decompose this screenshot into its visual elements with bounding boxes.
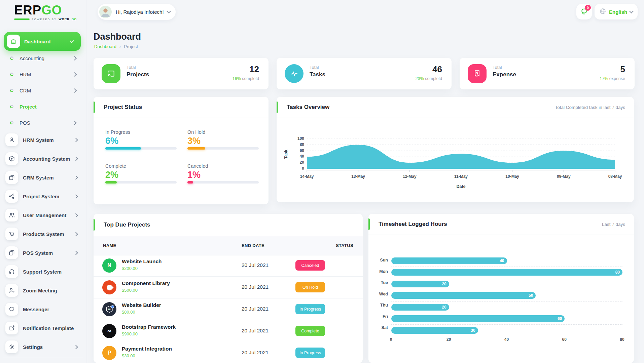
sidebar-item-notification-template[interactable]: Notification Template <box>0 319 86 337</box>
headphones-icon <box>5 265 18 278</box>
progress-fill <box>187 181 193 184</box>
chevron-right-icon <box>74 157 78 161</box>
template-icon <box>5 322 18 334</box>
sidebar-item-label: HRM System <box>23 137 74 143</box>
progress-fill <box>187 147 205 150</box>
receipt-icon <box>468 64 487 83</box>
powered-by: POWERED BY WORKDO <box>14 17 77 21</box>
project-end-date: 20 Jul 2021 <box>242 350 269 356</box>
sidebar-item-user-management[interactable]: User Management <box>0 206 86 225</box>
bar-value-label: 20 <box>442 282 449 286</box>
powered-by-label: POWERED BY <box>32 18 57 21</box>
logo-text: ERPGO <box>14 3 77 17</box>
percent-value: 16% <box>232 76 241 81</box>
tasks-overview-card: Tasks Overview Total Completed task in l… <box>277 97 634 202</box>
breadcrumb-dashboard-link[interactable]: Dashboard <box>94 44 116 49</box>
user-menu[interactable]: Hi, Rajodiya Infotech! <box>98 4 176 20</box>
sidebar-item-zoom-meeting[interactable]: Zoom Meeting <box>0 281 86 300</box>
sidebar-item-accounting[interactable]: Accounting <box>0 50 86 66</box>
bullet-icon <box>10 89 13 92</box>
status-percent: 3% <box>187 136 259 146</box>
sidebar-item-products-system[interactable]: Products System <box>0 225 86 243</box>
chevron-down-icon <box>629 9 634 13</box>
status-label: On Hold <box>187 129 259 135</box>
y-axis-category-label: Sat <box>368 325 388 330</box>
stat-value: 46 <box>432 64 442 75</box>
sidebar-item-label: Project System <box>23 194 74 199</box>
windows-icon <box>5 246 18 259</box>
bar-band-wed: 50 <box>391 290 622 301</box>
status-badge: In Progress <box>295 348 325 358</box>
bar-band-tue: 20 <box>391 278 622 290</box>
sidebar-item-accounting-system[interactable]: Accounting System <box>0 149 86 168</box>
x-axis-title: Date <box>307 184 615 189</box>
sidebar-item-label: Dashboard <box>24 39 70 44</box>
x-axis-tick-label: 11-May <box>454 174 468 179</box>
stat-label: Expense <box>493 71 516 78</box>
status-badge: On Hold <box>295 282 325 292</box>
chevron-right-icon <box>74 194 78 199</box>
sidebar-item-hrm[interactable]: HRM <box>0 66 86 82</box>
sidebar-item-pos-system[interactable]: POS System <box>0 243 86 262</box>
language-selector[interactable]: English <box>595 4 638 19</box>
notifications-button[interactable]: 0 <box>576 4 592 19</box>
sidebar-item-settings[interactable]: Settings <box>0 337 86 356</box>
chat-dots-icon <box>5 303 18 316</box>
globe-icon <box>599 8 606 16</box>
y-axis-tick-label: 100 <box>289 136 304 141</box>
table-column-header-row: NAMEEND DATESTATUS <box>94 236 363 255</box>
bar-band-sun: 40 <box>391 255 622 267</box>
page-title: Dashboard <box>94 32 141 42</box>
droplet-glyph <box>105 283 113 291</box>
progress-track <box>105 181 177 184</box>
status-badge: In Progress <box>295 304 325 314</box>
sidebar-item-label: Project <box>20 104 86 110</box>
bar-band-sat: 30 <box>391 324 622 336</box>
activity-icon <box>285 64 303 83</box>
status-item-on-hold: On Hold3% <box>187 129 259 150</box>
x-axis-tick-label: 14-May <box>300 174 314 179</box>
sidebar-item-hrm-system[interactable]: HRM System <box>0 130 86 149</box>
sidebar-item-label: Settings <box>23 344 74 350</box>
sidebar-item-messenger[interactable]: Messenger <box>0 300 86 319</box>
sidebar-item-project-system[interactable]: Project System <box>0 187 86 206</box>
project-status-card: Project Status In Progress6%On Hold3%Com… <box>94 97 269 204</box>
chevron-right-icon <box>74 175 78 180</box>
bar-wed: 50 <box>391 292 536 299</box>
bar-value-label: 40 <box>500 258 507 263</box>
sidebar-item-project[interactable]: Project <box>0 98 86 115</box>
table-row-website-launch: NWebsite Launch$200.0020 Jul 2021Cancele… <box>94 255 363 277</box>
x-axis-tick-label: 20 <box>446 337 451 342</box>
bar-thu: 20 <box>391 304 449 311</box>
sidebar-item-dashboard[interactable]: Dashboard <box>4 32 81 51</box>
project-end-date: 20 Jul 2021 <box>242 306 269 312</box>
bar-value-label: 60 <box>558 316 565 321</box>
project-price: $80.00 <box>122 310 135 315</box>
project-price: $200.00 <box>122 266 138 271</box>
brand-logo[interactable]: ERPGO POWERED BY WORKDO <box>14 3 77 21</box>
y-axis-category-label: Fri <box>368 314 388 319</box>
stat-card-projects: TotalProjects1216% completd <box>94 58 269 89</box>
project-price: $900.00 <box>122 331 138 336</box>
sidebar-item-support-system[interactable]: Support System <box>0 262 86 281</box>
stat-value: 12 <box>249 64 259 75</box>
progress-fill <box>105 181 117 184</box>
y-axis-category-label: Wed <box>368 292 388 296</box>
column-header-end-date: END DATE <box>242 243 264 248</box>
project-avatar: UI <box>102 302 116 316</box>
share-nodes-icon <box>5 190 18 203</box>
sidebar-item-crm[interactable]: CRM <box>0 82 86 98</box>
status-badge: Complete <box>295 326 325 336</box>
sidebar-item-label: Products System <box>23 231 74 237</box>
project-end-date: 20 Jul 2021 <box>242 328 269 334</box>
project-avatar: N <box>102 258 116 273</box>
sidebar-item-label: Accounting <box>20 55 73 61</box>
erpgo-dashboard-page: ERPGO POWERED BY WORKDO Dashboard Accoun… <box>0 0 644 363</box>
sidebar-item-crm-system[interactable]: CRM System <box>0 168 86 187</box>
sidebar-item-pos[interactable]: POS <box>0 115 86 131</box>
home-icon <box>7 35 20 48</box>
table-row-bootstrap-framework: ∞Bootstrap Framework$900.0020 Jul 2021Co… <box>94 320 363 342</box>
y-axis-tick-label: 80 <box>289 142 304 147</box>
project-name: Bootstrap Framework <box>122 324 176 330</box>
timesheet-chart: 40802050206030SunMonTueWedThuFriSat02040… <box>368 214 634 363</box>
